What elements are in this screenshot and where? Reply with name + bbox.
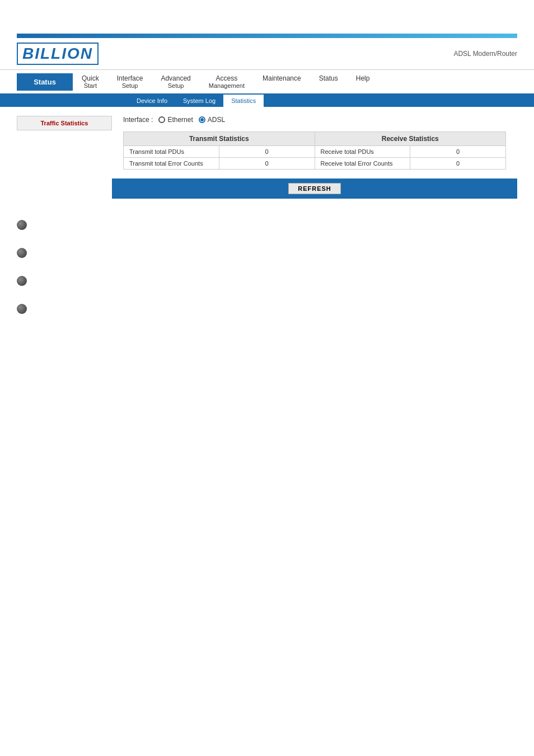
receive-label-0: Receive total PDUs [315,146,410,158]
receive-label-1: Receive total Error Counts [315,158,410,170]
top-bar [17,34,517,38]
nav-status[interactable]: Status [17,73,73,91]
sub-nav-item-statistics[interactable]: Statistics [223,95,264,107]
sub-nav: Device InfoSystem LogStatistics [0,95,534,107]
nav-item-line1-3: Access [216,74,238,82]
transmit-label-1: Transmit total Error Counts [124,158,219,170]
nav-item-2[interactable]: AdvancedSetup [152,70,199,93]
bullet-item-2 [17,275,517,286]
nav-item-0[interactable]: QuickStart [73,70,108,93]
nav-item-line1-4: Maintenance [263,74,301,82]
interface-label: Interface : [123,116,153,124]
sub-nav-item-system-log[interactable]: System Log [175,95,223,107]
nav-item-5[interactable]: Status [310,70,347,93]
transmit-label-0: Transmit total PDUs [124,146,219,158]
refresh-row: REFRESH [112,179,517,199]
nav-item-4[interactable]: Maintenance [254,70,310,93]
nav-item-line2-2: Setup [161,82,190,89]
stats-row-0: Transmit total PDUs 0 Receive total PDUs… [124,146,506,158]
nav-item-line1-5: Status [319,74,338,82]
bullet-item-1 [17,247,517,258]
adsl-radio[interactable] [199,116,205,123]
transmit-header: Transmit Statistics [124,132,315,146]
stats-row-1: Transmit total Error Counts 0 Receive to… [124,158,506,170]
bullets-section [0,208,534,342]
nav-bar: Status QuickStartInterfaceSetupAdvancedS… [0,70,534,95]
sidebar: Traffic Statistics [17,107,112,208]
nav-item-line1-2: Advanced [161,74,190,82]
transmit-value-1: 0 [219,158,315,170]
ethernet-label: Ethernet [167,116,193,124]
nav-item-line1-0: Quick [82,74,99,82]
nav-item-line2-0: Start [82,82,99,89]
transmit-value-0: 0 [219,146,315,158]
ethernet-radio-label[interactable]: Ethernet [158,116,193,124]
stats-table: Transmit Statistics Receive Statistics T… [123,132,506,170]
refresh-button[interactable]: REFRESH [288,183,341,194]
bullet-item-3 [17,303,517,314]
bullet-item-0 [17,219,517,230]
bullet-icon-1 [17,248,27,258]
nav-item-line1-6: Help [356,74,370,82]
interface-selector: Interface : Ethernet ADSL [123,116,506,124]
ethernet-radio[interactable] [158,116,165,123]
adsl-label: ADSL [208,116,225,124]
content-area: Interface : Ethernet ADSL Transmit Stati… [112,107,517,208]
nav-item-line2-3: Management [209,82,245,89]
receive-value-0: 0 [410,146,506,158]
nav-item-line2-1: Setup [117,82,143,89]
adsl-label: ADSL Modem/Router [453,50,517,58]
nav-item-1[interactable]: InterfaceSetup [108,70,152,93]
nav-item-6[interactable]: Help [347,70,379,93]
logo: BILLION [17,43,99,65]
bullet-icon-0 [17,220,27,230]
nav-item-3[interactable]: AccessManagement [200,70,254,93]
receive-header: Receive Statistics [315,132,506,146]
main: Traffic Statistics Interface : Ethernet … [0,107,534,208]
bullet-icon-3 [17,304,27,314]
bullet-icon-2 [17,276,27,286]
receive-value-1: 0 [410,158,506,170]
sub-nav-item-device-info[interactable]: Device Info [129,95,175,107]
nav-items: QuickStartInterfaceSetupAdvancedSetupAcc… [73,70,378,93]
nav-item-line1-1: Interface [117,74,143,82]
adsl-radio-label[interactable]: ADSL [199,116,225,124]
sidebar-item-0[interactable]: Traffic Statistics [17,116,112,130]
header: BILLION ADSL Modem/Router [0,38,534,70]
